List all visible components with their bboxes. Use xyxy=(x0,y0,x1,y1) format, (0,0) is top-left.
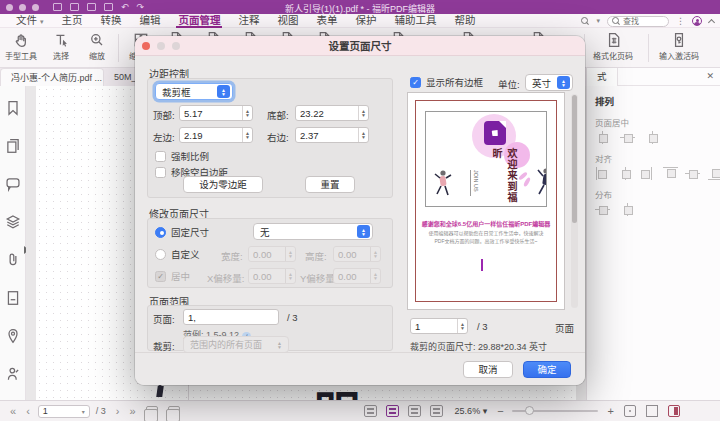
doc-tab-active[interactable]: 冯小惠-个人简历.pdf ... xyxy=(0,68,104,86)
preview-page-unit: 页面 xyxy=(555,321,574,335)
attachment-icon[interactable] xyxy=(5,252,21,268)
search-caret-icon[interactable]: ▾ xyxy=(596,17,600,25)
select-tool-button[interactable]: 选择 xyxy=(42,32,80,61)
menu-form[interactable]: 表单 xyxy=(314,14,339,28)
scrollbar-thumb[interactable] xyxy=(572,95,577,223)
center-horizontal-icon[interactable] xyxy=(595,131,610,144)
zoom-slider[interactable] xyxy=(512,410,598,412)
zero-margin-button[interactable]: 设为零边距 xyxy=(183,176,263,193)
distribute-vertical-icon[interactable] xyxy=(620,203,635,216)
continuous-view-icon[interactable] xyxy=(386,405,399,417)
unit-dropdown[interactable]: 英寸 ▲▼ xyxy=(525,74,573,91)
save-icon[interactable] xyxy=(53,3,62,11)
comments-icon[interactable] xyxy=(5,176,21,192)
menu-comment[interactable]: 注释 xyxy=(236,14,261,28)
cancel-button[interactable]: 取消 xyxy=(463,361,513,378)
align-left-icon[interactable] xyxy=(595,167,608,180)
menu-edit[interactable]: 编辑 xyxy=(137,14,162,28)
preview-scrollbar[interactable] xyxy=(571,94,578,308)
last-page-button[interactable]: » xyxy=(129,405,135,417)
zoom-slider-knob[interactable] xyxy=(525,406,534,415)
bookmark-icon[interactable] xyxy=(5,100,21,116)
menu-accessibility[interactable]: 辅助工具 xyxy=(392,14,438,28)
facing-view-icon[interactable] xyxy=(408,405,421,417)
redo-icon[interactable]: ↷ xyxy=(137,3,145,11)
page-range-input[interactable] xyxy=(183,309,279,325)
show-all-borders-checkbox[interactable]: ✓显示所有边框 xyxy=(410,75,483,89)
page-total-label: / 3 xyxy=(287,312,298,323)
hand-tool-button[interactable]: 手型工具 xyxy=(2,32,40,61)
distribute-horizontal-icon[interactable] xyxy=(595,203,610,216)
prev-page-button[interactable]: ‹ xyxy=(26,405,30,417)
zoom-tool-button[interactable]: 缩放 xyxy=(78,32,116,61)
collapse-ribbon-icon[interactable] xyxy=(708,18,715,25)
menu-page-management[interactable]: 页面管理 xyxy=(176,14,222,28)
menu-view[interactable]: 视图 xyxy=(275,14,300,28)
left-margin-field[interactable]: ▲▼ xyxy=(179,127,253,143)
align-bottom-icon[interactable] xyxy=(708,167,720,180)
menu-protect[interactable]: 保护 xyxy=(353,14,378,28)
snapshot-icon[interactable] xyxy=(146,406,158,417)
reset-button[interactable]: 重置 xyxy=(305,176,355,193)
tab-format[interactable]: 式 xyxy=(587,68,618,86)
fit-width-icon[interactable] xyxy=(624,405,636,417)
right-margin-field[interactable]: ▲▼ xyxy=(295,127,369,143)
new-doc-icon[interactable] xyxy=(104,3,113,11)
pages-icon[interactable] xyxy=(5,138,21,154)
signature-icon[interactable] xyxy=(5,366,21,382)
zoom-level-dropdown[interactable]: 25.6% ▾ xyxy=(455,406,488,416)
stepper-icon[interactable]: ▲▼ xyxy=(242,128,252,142)
menu-help[interactable]: 帮助 xyxy=(452,14,477,28)
menu-home[interactable]: 主页 xyxy=(59,14,84,28)
constrain-ratio-checkbox[interactable]: 强制比例 xyxy=(155,149,209,163)
zoom-in-button[interactable]: + xyxy=(608,405,614,417)
stepper-icon[interactable]: ▲▼ xyxy=(457,319,467,333)
align-hcenter-icon[interactable] xyxy=(618,167,631,180)
format-page-number-button[interactable]: 格式化页码 xyxy=(590,32,636,61)
align-middle-icon[interactable] xyxy=(685,167,698,180)
preview-page-field[interactable]: ▲▼ xyxy=(410,318,468,334)
fixed-size-radio[interactable]: 固定尺寸 xyxy=(155,225,209,239)
bottom-margin-field[interactable]: ▲▼ xyxy=(295,105,369,121)
undo-icon[interactable]: ↶ xyxy=(121,3,129,11)
destination-pin-icon[interactable] xyxy=(5,328,21,344)
align-right-icon[interactable] xyxy=(640,167,653,180)
next-page-button[interactable]: › xyxy=(116,405,120,417)
stepper-icon[interactable]: ▲▼ xyxy=(358,128,368,142)
grid-view-icon[interactable] xyxy=(430,405,443,417)
top-margin-field[interactable]: ▲▼ xyxy=(179,105,253,121)
search-input[interactable] xyxy=(623,17,663,26)
clipboard-icon[interactable] xyxy=(168,406,180,417)
center-vertical-icon[interactable] xyxy=(620,131,635,144)
toggle-panel-icon[interactable] xyxy=(668,405,680,417)
single-page-view-icon[interactable] xyxy=(364,405,377,417)
traffic-zoom-icon[interactable] xyxy=(32,4,39,11)
align-top-icon[interactable] xyxy=(663,167,676,180)
page-number-input[interactable]: 1 ▾ xyxy=(38,405,90,418)
saveas-icon[interactable] xyxy=(70,3,79,11)
box-type-dropdown[interactable]: 裁剪框 ▲▼ xyxy=(155,83,233,100)
close-icon[interactable]: ✕ xyxy=(706,71,714,81)
print-icon[interactable] xyxy=(87,3,96,11)
ok-button[interactable]: 确定 xyxy=(523,361,571,378)
account-avatar[interactable] xyxy=(692,16,702,26)
search-box[interactable] xyxy=(607,16,669,27)
fixed-size-dropdown[interactable]: 无 ▲▼ xyxy=(253,223,373,240)
stepper-icon[interactable]: ▲▼ xyxy=(358,106,368,120)
search-tool-icon[interactable] xyxy=(581,17,589,25)
align-icons xyxy=(595,167,720,180)
activation-code-button[interactable]: 输入激活码 xyxy=(656,32,702,61)
menu-convert[interactable]: 转换 xyxy=(98,14,123,28)
stepper-icon[interactable]: ▲▼ xyxy=(242,106,252,120)
more-options-icon[interactable]: ⋮ xyxy=(676,16,685,26)
custom-size-radio[interactable]: 自定义 xyxy=(155,247,200,261)
menu-file[interactable]: 文件 ▾ xyxy=(14,14,45,28)
traffic-minimize-icon[interactable] xyxy=(19,4,26,11)
layers-icon[interactable] xyxy=(5,214,21,230)
center-both-icon[interactable] xyxy=(645,131,660,144)
note-page-icon[interactable] xyxy=(5,290,21,306)
traffic-close-icon[interactable] xyxy=(6,4,13,11)
fullscreen-icon[interactable] xyxy=(646,405,658,417)
first-page-button[interactable]: « xyxy=(10,405,16,417)
zoom-out-button[interactable]: − xyxy=(497,405,503,417)
